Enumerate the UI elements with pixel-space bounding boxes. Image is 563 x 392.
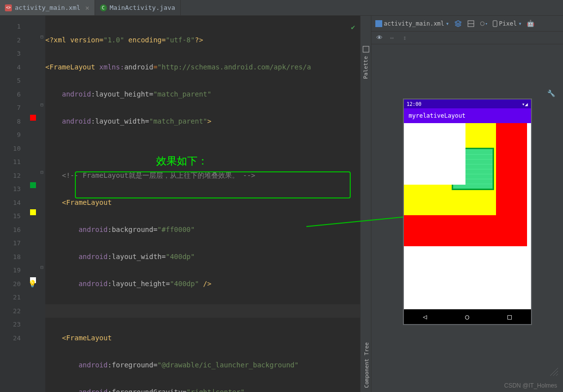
close-icon[interactable]: × xyxy=(85,4,89,12)
tab-activity-main[interactable]: <> activity_main.xml × xyxy=(0,0,95,15)
preview-toolbar: activity_main.xml▾ ▾ Pixel▾ 🤖 xyxy=(371,16,563,32)
annotation-label: 效果如下： xyxy=(156,154,208,168)
color-marker-yellow xyxy=(30,209,36,215)
fold-icon[interactable]: ⊟ xyxy=(40,102,43,107)
color-marker-green xyxy=(30,182,36,188)
recents-icon: □ xyxy=(507,313,511,321)
palette-label: Palette xyxy=(363,56,369,79)
code-content[interactable]: <?xml version="1.0" encoding="utf-8"?> <… xyxy=(45,16,360,392)
fold-icon[interactable]: ⊟ xyxy=(40,264,43,270)
lightbulb-icon[interactable]: 💡 xyxy=(28,277,36,291)
component-tree-tab[interactable]: Component Tree xyxy=(361,338,371,392)
tab-label: MainActivity.java xyxy=(110,4,175,11)
svg-point-5 xyxy=(480,22,484,26)
preview-toolbar-2: 👁 ↔ ↕ xyxy=(371,32,563,44)
svg-rect-2 xyxy=(375,20,382,27)
main-area: 123456789101112131415161718192021222324 … xyxy=(0,16,563,392)
fold-gutter: ⊟ ⊟ ⊟ ⊟ xyxy=(40,16,45,392)
back-icon: ◁ xyxy=(423,313,427,321)
watermark: CSDN @IT_Holmes xyxy=(504,382,557,389)
check-icon: ✔ xyxy=(351,21,355,34)
svg-line-8 xyxy=(553,371,558,376)
line-number-gutter: 123456789101112131415161718192021222324 xyxy=(0,16,26,392)
svg-rect-6 xyxy=(493,21,497,27)
preview-file-dropdown[interactable]: activity_main.xml▾ xyxy=(375,20,449,27)
color-marker-red xyxy=(30,115,36,121)
zoom-icon[interactable]: ↕ xyxy=(401,34,409,42)
layers-icon[interactable] xyxy=(454,20,462,28)
wrench-icon[interactable]: 🔧 xyxy=(547,90,555,97)
eye-icon[interactable]: 👁 xyxy=(375,34,383,42)
java-file-icon: C xyxy=(100,4,107,11)
xml-file-icon: <> xyxy=(5,4,12,11)
palette-icon xyxy=(362,45,370,53)
tab-main-activity[interactable]: C MainActivity.java xyxy=(95,0,181,15)
phone-icon xyxy=(493,20,497,27)
layout-preview-panel: activity_main.xml▾ ▾ Pixel▾ 🤖 👁 ↔ ↕ 🔧 12… xyxy=(371,16,563,392)
pan-icon[interactable]: ↔ xyxy=(388,34,396,42)
code-editor[interactable]: 123456789101112131415161718192021222324 … xyxy=(0,16,360,392)
wifi-icon: ▾◢ xyxy=(522,101,528,107)
palette-sidebar[interactable]: Palette xyxy=(360,16,371,392)
svg-line-9 xyxy=(556,374,558,376)
device-dropdown[interactable]: Pixel▾ xyxy=(493,20,522,27)
device-frame: 12:00 ▾◢ myrelativeLayout ◁ ○ □ xyxy=(403,98,532,325)
resize-handle-icon[interactable] xyxy=(548,366,558,377)
android-icon[interactable]: 🤖 xyxy=(527,20,534,28)
fold-icon[interactable]: ⊟ xyxy=(40,169,43,175)
fold-icon[interactable]: ⊟ xyxy=(40,34,43,39)
blueprint-icon[interactable] xyxy=(467,20,475,28)
device-navbar: ◁ ○ □ xyxy=(404,309,531,324)
orientation-icon[interactable]: ▾ xyxy=(480,20,488,28)
device-appbar: myrelativeLayout xyxy=(404,108,531,123)
preview-canvas[interactable]: 🔧 12:00 ▾◢ myrelativeLayout ◁ xyxy=(371,44,563,392)
editor-tabs: <> activity_main.xml × C MainActivity.ja… xyxy=(0,0,563,16)
home-icon: ○ xyxy=(465,313,469,321)
device-statusbar: 12:00 ▾◢ xyxy=(404,99,531,108)
marker-gutter xyxy=(26,16,40,392)
frame-layout-white xyxy=(404,123,465,185)
device-content xyxy=(404,123,531,309)
svg-rect-1 xyxy=(363,46,369,52)
layout-file-icon xyxy=(375,20,382,27)
tab-label: activity_main.xml xyxy=(15,4,80,11)
